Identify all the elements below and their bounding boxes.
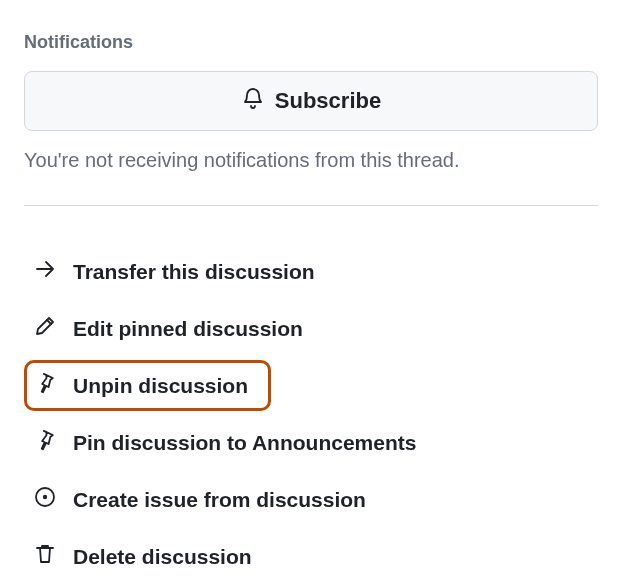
pin-to-announcements-action[interactable]: Pin discussion to Announcements	[24, 417, 598, 468]
divider	[24, 205, 598, 206]
pin-icon	[33, 371, 57, 400]
subscribe-label: Subscribe	[275, 88, 381, 114]
notifications-heading: Notifications	[24, 32, 598, 53]
action-label: Transfer this discussion	[73, 260, 315, 284]
action-label: Delete discussion	[73, 545, 252, 569]
action-label: Pin discussion to Announcements	[73, 431, 416, 455]
trash-icon	[33, 542, 57, 571]
delete-discussion-action[interactable]: Delete discussion	[24, 531, 598, 582]
pencil-icon	[33, 314, 57, 343]
svg-point-1	[43, 495, 47, 499]
transfer-discussion-action[interactable]: Transfer this discussion	[24, 246, 598, 297]
create-issue-action[interactable]: Create issue from discussion	[24, 474, 598, 525]
unpin-discussion-action[interactable]: Unpin discussion	[24, 360, 271, 411]
edit-pinned-discussion-action[interactable]: Edit pinned discussion	[24, 303, 598, 354]
subscribe-button[interactable]: Subscribe	[24, 71, 598, 131]
arrow-right-icon	[33, 257, 57, 286]
action-label: Edit pinned discussion	[73, 317, 303, 341]
discussion-actions: Transfer this discussion Edit pinned dis…	[24, 246, 598, 582]
issue-icon	[33, 485, 57, 514]
bell-icon	[241, 86, 265, 116]
pin-icon	[33, 428, 57, 457]
action-label: Create issue from discussion	[73, 488, 366, 512]
notification-status-text: You're not receiving notifications from …	[24, 145, 598, 175]
action-label: Unpin discussion	[73, 374, 248, 398]
